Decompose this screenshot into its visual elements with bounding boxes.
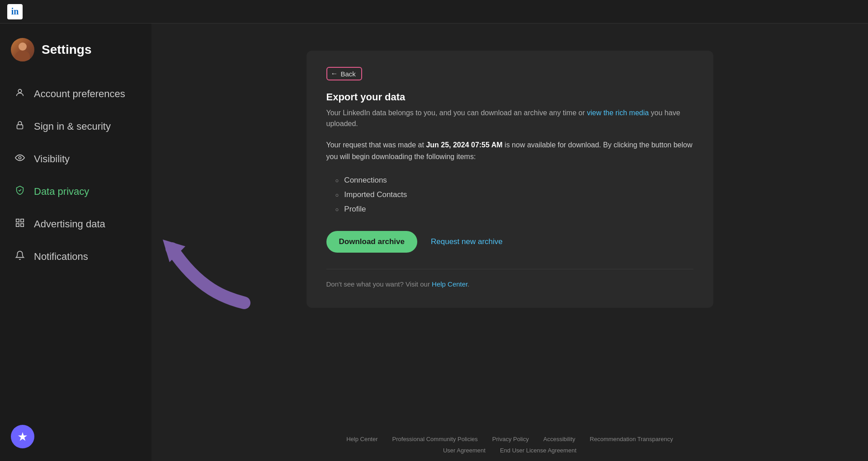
svg-rect-1 bbox=[17, 125, 23, 129]
footer: Help Center Professional Community Polic… bbox=[170, 422, 850, 461]
list-item: Imported Contacts bbox=[335, 188, 693, 202]
footer-row2: User Agreement End User License Agreemen… bbox=[170, 447, 850, 454]
svg-rect-3 bbox=[16, 219, 19, 222]
sidebar-item-visibility[interactable]: Visibility bbox=[0, 143, 151, 175]
download-items-list: Connections Imported Contacts Profile bbox=[335, 173, 693, 216]
footer-link-privacy[interactable]: Privacy Policy bbox=[492, 436, 529, 442]
svg-rect-5 bbox=[16, 224, 19, 226]
footer-link-eula[interactable]: End User License Agreement bbox=[500, 447, 576, 454]
avatar bbox=[11, 38, 34, 61]
list-item: Connections bbox=[335, 173, 693, 188]
sidebar-item-data-privacy[interactable]: Data privacy bbox=[0, 175, 151, 208]
export-title: Export your data bbox=[326, 91, 693, 103]
footer-links: Help Center Professional Community Polic… bbox=[170, 436, 850, 442]
help-text: Don't see what you want? Visit our Help … bbox=[326, 269, 693, 288]
sidebar-item-label: Account preferences bbox=[34, 88, 125, 100]
settings-title: Settings bbox=[42, 42, 91, 57]
linkedin-logo[interactable]: in bbox=[7, 4, 23, 19]
request-new-archive-link[interactable]: Request new archive bbox=[431, 237, 503, 246]
action-row: Download archive Request new archive bbox=[326, 231, 693, 253]
back-label: Back bbox=[341, 70, 356, 78]
svg-point-0 bbox=[18, 89, 21, 93]
person-icon bbox=[14, 88, 26, 100]
sidebar-item-sign-in-security[interactable]: Sign in & security bbox=[0, 110, 151, 143]
sidebar-item-account-preferences[interactable]: Account preferences bbox=[0, 78, 151, 110]
content-area: ← Back Export your data Your LinkedIn da… bbox=[151, 24, 868, 461]
settings-header: Settings bbox=[0, 38, 151, 78]
lock-icon bbox=[14, 120, 26, 133]
sidebar-item-label: Data privacy bbox=[34, 186, 89, 198]
list-item: Profile bbox=[335, 202, 693, 216]
sidebar-item-advertising-data[interactable]: Advertising data bbox=[0, 208, 151, 240]
svg-rect-4 bbox=[21, 219, 24, 222]
svg-point-2 bbox=[19, 156, 21, 159]
view-rich-media-link[interactable]: view the rich media bbox=[587, 109, 649, 117]
footer-link-help[interactable]: Help Center bbox=[346, 436, 377, 442]
topbar: in bbox=[0, 0, 868, 24]
export-card: ← Back Export your data Your LinkedIn da… bbox=[307, 51, 713, 308]
footer-link-recommendation[interactable]: Recommendation Transparency bbox=[590, 436, 673, 442]
help-center-link[interactable]: Help Center bbox=[432, 280, 467, 288]
sparkle-icon bbox=[17, 431, 28, 442]
footer-link-accessibility[interactable]: Accessibility bbox=[543, 436, 576, 442]
footer-link-community[interactable]: Professional Community Policies bbox=[392, 436, 478, 442]
sidebar-item-label: Notifications bbox=[34, 251, 88, 263]
request-info: Your request that was made at Jun 25, 20… bbox=[326, 139, 693, 162]
svg-rect-6 bbox=[21, 224, 24, 226]
back-arrow-icon: ← bbox=[331, 70, 338, 78]
sidebar-item-label: Advertising data bbox=[34, 218, 105, 230]
footer-link-user-agreement[interactable]: User Agreement bbox=[443, 447, 486, 454]
shield-icon bbox=[14, 185, 26, 198]
sidebar-item-label: Visibility bbox=[34, 153, 70, 165]
sidebar-item-notifications[interactable]: Notifications bbox=[0, 240, 151, 273]
back-button[interactable]: ← Back bbox=[326, 67, 362, 80]
fab-button[interactable] bbox=[11, 425, 34, 448]
sidebar-item-label: Sign in & security bbox=[34, 121, 111, 132]
grid-icon bbox=[14, 218, 26, 230]
sidebar: Settings Account preferences bbox=[0, 24, 151, 461]
eye-icon bbox=[14, 153, 26, 165]
export-description: Your LinkedIn data belongs to you, and y… bbox=[326, 108, 693, 129]
bell-icon bbox=[14, 250, 26, 263]
download-archive-button[interactable]: Download archive bbox=[326, 231, 417, 253]
